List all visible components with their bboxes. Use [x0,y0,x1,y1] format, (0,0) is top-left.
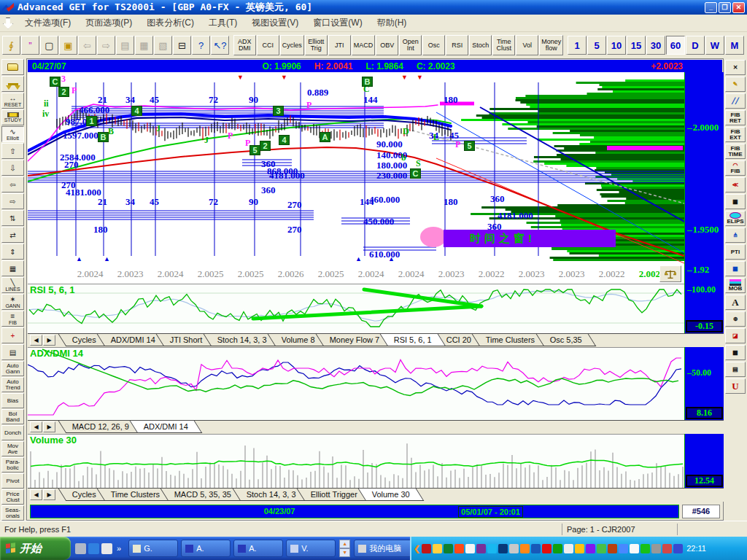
tab-rsi-5-6-1[interactable]: RSI 5, 6, 1 [380,334,446,346]
timeframe-button-30[interactable]: 30 [646,36,665,55]
menu-item-3[interactable]: 图表分析(C) [139,14,201,32]
zoom-in-icon[interactable]: ⊕ [725,311,746,327]
indicator-button-vol[interactable]: Vol [516,35,538,55]
indicator-button-cycles[interactable]: Cycles [280,35,304,55]
study-button-auto-trend[interactable]: Auto Trend [1,377,24,392]
timeframe-button-W[interactable]: W [705,36,724,55]
tab-scroll-right-icon[interactable]: ▶ [43,335,55,346]
tray-icon-10[interactable] [520,544,530,553]
rsi-plot-area[interactable]: RSI 5, 6, 1 [28,284,684,333]
andrews-pitchfork-icon[interactable]: ⋔ [725,228,746,243]
main-price-chart[interactable]: 时间之窗! 21344572900.8891441802134457290144… [28,72,724,284]
task-button-4[interactable]: V. [286,540,336,557]
crosshair-icon[interactable]: + [1,327,24,343]
pencil-icon[interactable]: ✎ [725,77,746,92]
tray-icon-9[interactable] [509,544,519,553]
arrow-down-icon[interactable]: ⇩ [1,160,24,176]
tray-icon-7[interactable] [487,544,497,553]
study-button-pivot[interactable]: Pivot [1,473,24,489]
tray-icon-14[interactable] [564,544,573,553]
context-help-icon[interactable]: ↖? [211,36,229,55]
expand-vertical-icon[interactable]: ⇅ [1,210,24,226]
date-scroll-bar[interactable]: 04/23/07 05/01/07 - 20:01 [30,505,679,518]
menu-item-6[interactable]: 窗口设置(W) [306,14,369,32]
pin-icon[interactable] [3,18,13,29]
study-icon[interactable]: STUDY [1,109,24,125]
reset-icon[interactable]: ↔RESET [1,93,24,109]
tray-icon-2[interactable] [433,544,442,553]
indicator-button-macd[interactable]: MACD [352,35,376,55]
tray-icon-8[interactable] [498,544,508,553]
tray-icon-16[interactable] [586,544,595,553]
close-button[interactable]: ✕ [732,2,745,13]
restore-button[interactable]: ❐ [719,2,731,13]
task-button-3[interactable]: A. [233,540,283,557]
tray-collapse-icon[interactable]: ❮ [414,544,420,553]
indicator-button-cci[interactable]: CCI [257,35,279,55]
study-button-bol-band[interactable]: Bol Band [1,409,24,424]
tray-icon-21[interactable] [640,544,650,553]
price-plot-area[interactable]: 时间之窗! 21344572900.8891441802134457290144… [28,72,684,265]
arrow-right-icon[interactable]: ⇨ [1,193,24,209]
indicator-button-open-int[interactable]: Open Int [399,35,422,55]
tray-icon-12[interactable] [542,544,551,553]
menu-item-2[interactable]: 页面选项(P) [78,14,139,32]
fib-circle-icon[interactable]: ◠FIB [725,160,746,176]
elliott-icon[interactable]: ∿Elliott [1,126,24,142]
indicator-button-time-clust[interactable]: Time Clust [492,35,515,55]
study-button-auto-gann[interactable]: Auto Gann [1,361,24,376]
tab-scroll-left-icon[interactable]: ◀ [30,421,42,432]
volume-plot-area[interactable]: Volume 30 [28,434,684,488]
taskbar-scroll-control[interactable]: ▲▼ [339,540,350,557]
adx-plot-area[interactable]: ADX/DMI 14 [28,347,684,420]
task-button-1[interactable]: G. [128,540,178,557]
start-button[interactable]: 开始 [0,537,71,560]
tray-icon-3[interactable] [444,544,453,553]
tray-icon-22[interactable] [651,544,661,553]
timeframe-button-15[interactable]: 15 [627,36,646,55]
indicator-button-osc[interactable]: Osc [422,35,445,55]
timeframe-button-1[interactable]: 1 [568,36,587,55]
help-icon[interactable]: ? [192,36,210,55]
tray-icon-15[interactable] [575,544,584,553]
gann-icon[interactable]: ✶GANN [1,294,24,310]
menu-item-7[interactable]: 帮助(H) [370,14,414,32]
indicator-button-rsi[interactable]: RSI [446,35,468,55]
lines-icon[interactable]: ╲LINES [1,277,24,293]
price-y-axis[interactable]: 2.00001.95001.92 [684,72,724,284]
indicator-button-adx-dmi[interactable]: ADX DMI [233,35,256,55]
fib-levels-icon[interactable]: ≡FIB [1,311,24,327]
indicator-button-elliott-trig[interactable]: Elliott Trig [305,35,328,55]
indicator-button-obv[interactable]: OBV [376,35,398,55]
timeframe-button-10[interactable]: 10 [607,36,626,55]
quicklaunch-overflow-chevron[interactable]: » [117,544,121,553]
grid-tool-icon[interactable]: ▦ [725,194,746,209]
scales-icon[interactable] [659,265,681,282]
compress-icon[interactable]: ⇕ [1,244,24,260]
fan-lines-icon[interactable]: ≪ [725,177,746,192]
study-button-bias[interactable]: Bias [1,393,24,408]
trendlines-icon[interactable]: ╱╱ [725,93,746,109]
timeframe-button-5[interactable]: 5 [587,36,606,55]
tray-icon-6[interactable] [476,544,486,553]
tray-icon-23[interactable] [662,544,672,553]
print-icon[interactable]: ⊟ [173,36,191,55]
study-button-mov-ave[interactable]: Mov Ave [1,441,24,456]
get-note-icon[interactable]: ∮ [2,36,20,55]
study-button-price-clust[interactable]: Price Clust [1,489,24,505]
mob-icon[interactable]: MOB [725,278,746,293]
study-button-donch[interactable]: Donch [1,425,24,440]
ellipse-icon[interactable]: ELIPS [725,211,746,226]
minimize-button[interactable]: _ [705,2,717,13]
expand-horizontal-icon[interactable]: ⇄ [1,227,24,243]
indicator-button-jti[interactable]: JTI [328,35,351,55]
tab-scroll-left-icon[interactable]: ◀ [30,489,42,500]
save-icon[interactable]: ▣ [59,36,77,55]
adx-panel[interactable]: ADX/DMI 14 50.00 8.16 [28,347,724,420]
tab-scroll-right-icon[interactable]: ▶ [43,489,55,500]
eraser-icon[interactable]: ◪ [725,328,746,343]
fib-extension-icon[interactable]: FIB EXT [725,127,746,142]
properties-icon[interactable]: ▤ [1,344,24,360]
tray-icon-5[interactable] [465,544,475,553]
pti-icon[interactable]: PTI [725,244,746,260]
